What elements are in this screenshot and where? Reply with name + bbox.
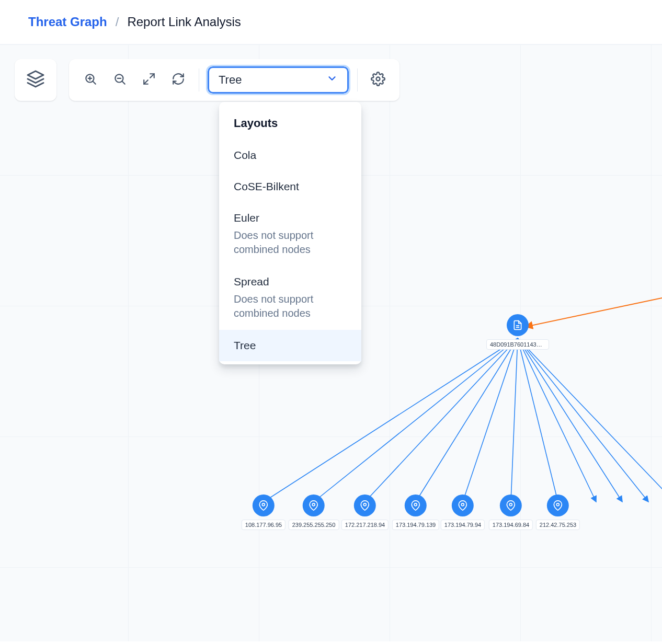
layout-option-subtext: Does not support combined nodes [234, 292, 347, 320]
file-icon [507, 314, 529, 336]
svg-point-26 [313, 503, 315, 506]
layout-option[interactable]: SpreadDoes not support combined nodes [219, 266, 361, 330]
map-pin-icon [452, 494, 474, 516]
layout-option[interactable]: Cola [219, 140, 361, 171]
map-pin-icon [303, 494, 325, 516]
layout-option-subtext: Does not support combined nodes [234, 228, 347, 257]
svg-line-15 [416, 338, 518, 502]
map-pin-icon [354, 494, 376, 516]
layout-option-label: CoSE-Bilkent [234, 180, 347, 193]
layout-option[interactable]: CoSE-Bilkent [219, 171, 361, 202]
map-pin-icon [405, 494, 427, 516]
svg-point-31 [556, 503, 559, 506]
graph-node-label: 212.42.75.253 [536, 520, 580, 530]
svg-line-20 [518, 338, 622, 502]
graph-node-ip[interactable]: 212.42.75.253 [536, 494, 580, 530]
layout-option-label: Cola [234, 149, 347, 162]
graph-node-ip[interactable]: 172.217.218.94 [341, 494, 389, 530]
graph-node-label: 173.194.79.94 [441, 520, 485, 530]
layout-option-label: Euler [234, 212, 347, 224]
svg-point-28 [415, 503, 417, 506]
map-pin-icon [253, 494, 275, 516]
breadcrumb-root-link[interactable]: Threat Graph [28, 15, 107, 29]
graph-node-label: 239.255.255.250 [289, 520, 339, 530]
graph-node-label: 108.177.96.95 [242, 520, 286, 530]
graph-node-ip[interactable]: 108.177.96.95 [242, 494, 286, 530]
svg-point-30 [509, 503, 512, 506]
layout-option-label: Spread [234, 275, 347, 288]
svg-line-21 [518, 338, 648, 502]
breadcrumb: Threat Graph / Report Link Analysis [0, 0, 662, 44]
layout-option[interactable]: EulerDoes not support combined nodes [219, 202, 361, 266]
graph-node-label: 172.217.218.94 [341, 520, 389, 530]
svg-point-25 [262, 503, 265, 506]
graph-node-ip[interactable]: 239.255.255.250 [289, 494, 339, 530]
breadcrumb-separator: / [116, 15, 119, 29]
graph-node-ip[interactable]: 173.194.79.94 [441, 494, 485, 530]
svg-point-29 [461, 503, 464, 506]
map-pin-icon [547, 494, 569, 516]
graph-node-file[interactable]: 48D091B7601143E490A... [486, 314, 549, 350]
graph-node-ip[interactable]: 173.194.69.84 [489, 494, 533, 530]
graph-canvas[interactable]: Tree Layouts ColaCoSE-BilkentEulerDoes n… [0, 44, 662, 641]
graph-node-label: 173.194.69.84 [489, 520, 533, 530]
layout-option[interactable]: Tree [219, 330, 361, 361]
svg-line-17 [511, 338, 518, 502]
breadcrumb-current: Report Link Analysis [127, 15, 241, 29]
map-pin-icon [500, 494, 522, 516]
svg-line-22 [518, 338, 662, 502]
svg-line-16 [463, 338, 518, 502]
graph-node-label: 48D091B7601143E490A... [486, 339, 549, 350]
svg-point-27 [364, 503, 367, 506]
layout-dropdown: Layouts ColaCoSE-BilkentEulerDoes not su… [219, 102, 361, 364]
graph-node-ip[interactable]: 173.194.79.139 [392, 494, 439, 530]
svg-line-14 [365, 338, 518, 502]
layout-option-label: Tree [234, 339, 347, 352]
graph-node-label: 173.194.79.139 [392, 520, 439, 530]
svg-line-19 [518, 338, 596, 502]
dropdown-header: Layouts [219, 112, 361, 140]
